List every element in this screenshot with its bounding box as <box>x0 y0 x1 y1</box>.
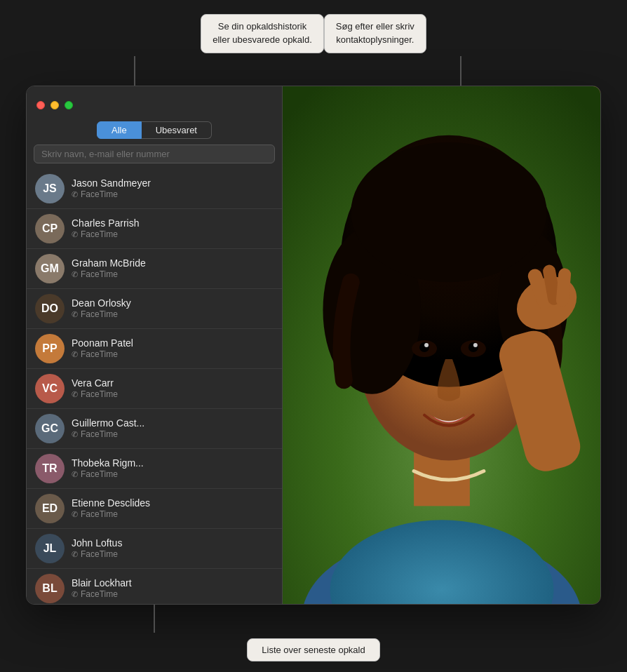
contact-type: ✆ FaceTime <box>72 509 236 519</box>
info-button[interactable]: i <box>259 582 274 596</box>
contact-info: Charles Parrish ✆ FaceTime <box>72 217 236 239</box>
avatar: VC <box>35 374 65 403</box>
contact-info: Dean Orlosky ✆ FaceTime <box>72 297 236 319</box>
annotation-call-history: Se din opkaldshistorik eller ubesvarede … <box>201 14 324 53</box>
phone-icon: ✆ <box>72 590 78 599</box>
contact-type: ✆ FaceTime <box>72 309 236 319</box>
info-button[interactable]: i <box>259 462 274 476</box>
contact-type: ✆ FaceTime <box>72 389 236 399</box>
contact-info: Etienne Desclides ✆ FaceTime <box>72 497 236 519</box>
info-button[interactable]: i <box>259 542 274 556</box>
contact-name: Blair Lockhart <box>72 577 236 589</box>
contact-name: Jason Sandmeyer <box>72 177 236 189</box>
avatar: GC <box>35 414 65 443</box>
info-button[interactable]: i <box>259 262 274 276</box>
contact-item[interactable]: ED Etienne Desclides ✆ FaceTime ✆ i <box>27 489 282 529</box>
search-bar <box>34 145 275 163</box>
sidebar: Alle Ubesvaret JS Jason Sandmeyer ✆ Face… <box>27 86 283 604</box>
contact-info: Vera Carr ✆ FaceTime <box>72 377 236 399</box>
avatar: JS <box>35 174 65 203</box>
avatar: PP <box>35 334 65 363</box>
contact-item[interactable]: CP Charles Parrish ✆ FaceTime ✆ i <box>27 209 282 249</box>
facetime-view <box>283 86 600 604</box>
contact-info: Jason Sandmeyer ✆ FaceTime <box>72 177 236 199</box>
avatar: GM <box>35 254 65 283</box>
call-button[interactable]: ✆ <box>236 500 252 517</box>
contact-name: Dean Orlosky <box>72 297 236 309</box>
call-button[interactable]: ✆ <box>236 220 252 237</box>
call-button[interactable]: ✆ <box>236 260 252 277</box>
filter-unanswered-button[interactable]: Ubesvaret <box>142 121 212 139</box>
phone-icon: ✆ <box>72 510 78 519</box>
annotation-lines <box>26 56 601 86</box>
contact-item[interactable]: VC Vera Carr ✆ FaceTime ✆ i <box>27 369 282 409</box>
phone-icon: ✆ <box>72 310 78 319</box>
info-button[interactable]: i <box>259 502 274 516</box>
avatar: ED <box>35 494 65 523</box>
call-button[interactable]: ✆ <box>236 340 252 357</box>
call-button[interactable]: ✆ <box>236 420 252 437</box>
phone-icon: ✆ <box>72 390 78 399</box>
contact-info: Thobeka Rigm... ✆ FaceTime <box>72 457 236 479</box>
contact-name: Poonam Patel <box>72 337 236 349</box>
info-button[interactable]: i <box>259 182 274 196</box>
call-button[interactable]: ✆ <box>236 460 252 477</box>
contact-item[interactable]: PP Poonam Patel ✆ FaceTime ✆ i <box>27 329 282 369</box>
info-button[interactable]: i <box>259 382 274 396</box>
contact-item[interactable]: JL John Loftus ✆ FaceTime ✆ i <box>27 529 282 569</box>
contact-name: Charles Parrish <box>72 217 236 229</box>
contact-info: Poonam Patel ✆ FaceTime <box>72 337 236 359</box>
contact-item[interactable]: BL Blair Lockhart ✆ FaceTime ✆ i <box>27 569 282 604</box>
info-button[interactable]: i <box>259 222 274 236</box>
app-window: Alle Ubesvaret JS Jason Sandmeyer ✆ Face… <box>26 86 601 605</box>
annotation-recent-calls: Liste over seneste opkald <box>247 638 379 661</box>
contact-type: ✆ FaceTime <box>72 229 236 239</box>
contact-name: Graham McBride <box>72 257 236 269</box>
call-button[interactable]: ✆ <box>236 540 252 557</box>
annotation-search: Søg efter eller skriv kontaktoplysninger… <box>324 14 426 53</box>
call-button[interactable]: ✆ <box>236 180 252 197</box>
phone-icon: ✆ <box>72 190 78 199</box>
info-button[interactable]: i <box>259 342 274 356</box>
contact-item[interactable]: JS Jason Sandmeyer ✆ FaceTime ✆ i <box>27 169 282 209</box>
minimize-button[interactable] <box>50 101 59 109</box>
contact-info: Guillermo Cast... ✆ FaceTime <box>72 417 236 439</box>
avatar: BL <box>35 574 65 603</box>
phone-icon: ✆ <box>72 270 78 279</box>
search-input[interactable] <box>34 145 275 163</box>
svg-point-10 <box>351 142 546 281</box>
avatar: JL <box>35 534 65 563</box>
contact-item[interactable]: GC Guillermo Cast... ✆ FaceTime ✆ i <box>27 409 282 449</box>
call-button[interactable]: ✆ <box>236 580 252 597</box>
app-wrapper: Se din opkaldshistorik eller ubesvarede … <box>14 14 613 661</box>
contact-item[interactable]: GM Graham McBride ✆ FaceTime ✆ i <box>27 249 282 289</box>
phone-icon: ✆ <box>72 230 78 239</box>
contact-item[interactable]: TR Thobeka Rigm... ✆ FaceTime ✆ i <box>27 449 282 489</box>
maximize-button[interactable] <box>65 101 73 109</box>
avatar: DO <box>35 294 65 323</box>
contact-name: John Loftus <box>72 537 236 549</box>
contact-name: Vera Carr <box>72 377 236 389</box>
facetime-photo <box>283 86 600 604</box>
info-button[interactable]: i <box>259 422 274 436</box>
contact-type: ✆ FaceTime <box>72 429 236 439</box>
contact-name: Guillermo Cast... <box>72 417 236 429</box>
call-button[interactable]: ✆ <box>236 380 252 397</box>
contact-type: ✆ FaceTime <box>72 269 236 279</box>
info-button[interactable]: i <box>259 302 274 316</box>
contact-info: John Loftus ✆ FaceTime <box>72 537 236 559</box>
contact-type: ✆ FaceTime <box>72 349 236 359</box>
phone-icon: ✆ <box>72 350 78 359</box>
close-button[interactable] <box>36 101 45 109</box>
phone-icon: ✆ <box>72 470 78 479</box>
contact-name: Thobeka Rigm... <box>72 457 236 469</box>
contact-item[interactable]: DO Dean Orlosky ✆ FaceTime ✆ i <box>27 289 282 329</box>
call-button[interactable]: ✆ <box>236 300 252 317</box>
filter-all-button[interactable]: Alle <box>97 121 142 139</box>
person-photo <box>283 86 600 604</box>
svg-point-15 <box>424 343 429 347</box>
contact-list: JS Jason Sandmeyer ✆ FaceTime ✆ i CP Cha… <box>27 169 282 604</box>
contact-type: ✆ FaceTime <box>72 549 236 559</box>
bottom-annotation-line <box>26 605 601 633</box>
avatar: CP <box>35 214 65 243</box>
